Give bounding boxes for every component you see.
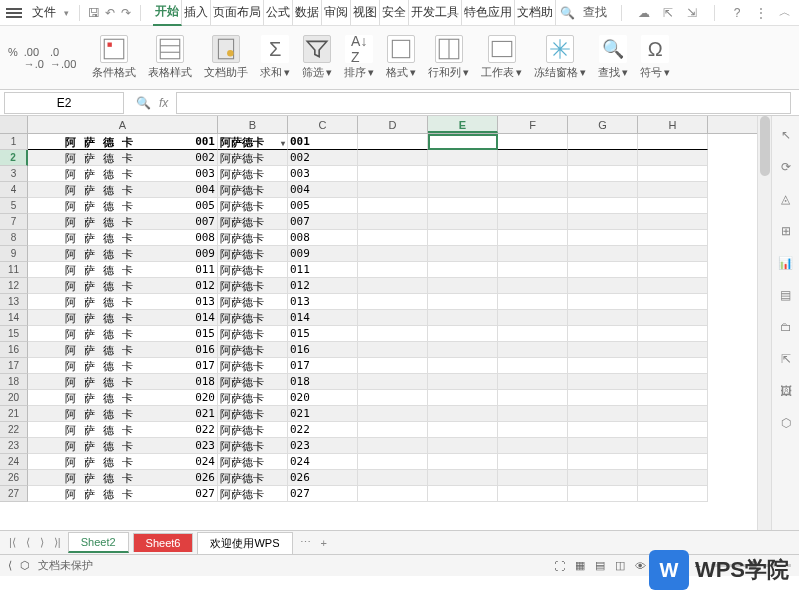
row-header-16[interactable]: 16 [0, 342, 28, 358]
cell-E11[interactable] [428, 262, 498, 278]
cell-E22[interactable] [428, 422, 498, 438]
cell-E1[interactable] [428, 134, 498, 150]
cell-E12[interactable] [428, 278, 498, 294]
cell-E18[interactable] [428, 374, 498, 390]
cell-D3[interactable] [358, 166, 428, 182]
row-header-1[interactable]: 1 [0, 134, 28, 150]
row-header-26[interactable]: 26 [0, 470, 28, 486]
more-tabs-icon[interactable]: ⋯ [297, 536, 314, 549]
ribbon-tab-10[interactable]: 文档助 [515, 0, 556, 25]
cell-D14[interactable] [358, 310, 428, 326]
cell-G16[interactable] [568, 342, 638, 358]
search-label[interactable]: 查找 [583, 4, 607, 21]
cell-B27[interactable]: 阿萨德卡 [218, 486, 288, 502]
cell-B7[interactable]: 阿萨德卡 [218, 214, 288, 230]
cell-C4[interactable]: 004 [288, 182, 358, 198]
cell-B16[interactable]: 阿萨德卡 [218, 342, 288, 358]
row-header-17[interactable]: 17 [0, 358, 28, 374]
ribbon-tab-8[interactable]: 开发工具 [409, 0, 462, 25]
cell-G9[interactable] [568, 246, 638, 262]
more-icon[interactable]: ⋮ [753, 5, 769, 21]
row-header-5[interactable]: 5 [0, 198, 28, 214]
cell-F21[interactable] [498, 406, 568, 422]
cell-D15[interactable] [358, 326, 428, 342]
row-header-20[interactable]: 20 [0, 390, 28, 406]
sheet-tab-sheet6[interactable]: Sheet6 [133, 533, 194, 552]
sheet-tab-welcome[interactable]: 欢迎使用WPS [197, 532, 292, 554]
cell-G14[interactable] [568, 310, 638, 326]
cell-D23[interactable] [358, 438, 428, 454]
formula-input[interactable] [176, 92, 791, 114]
cell-E2[interactable] [428, 150, 498, 166]
eye-icon[interactable]: 👁 [635, 560, 646, 572]
cell-E5[interactable] [428, 198, 498, 214]
folder-icon[interactable]: 🗀 [777, 318, 795, 336]
ribbon-tab-4[interactable]: 数据 [293, 0, 322, 25]
cell-A5[interactable]: 阿萨德卡005 [28, 198, 218, 214]
cell-G5[interactable] [568, 198, 638, 214]
cell-B18[interactable]: 阿萨德卡 [218, 374, 288, 390]
triangle-icon[interactable]: ◬ [777, 190, 795, 208]
share-side-icon[interactable]: ⇱ [777, 350, 795, 368]
view-normal-icon[interactable]: ▦ [575, 559, 585, 572]
cell-B3[interactable]: 阿萨德卡 [218, 166, 288, 182]
grid-icon[interactable]: ⊞ [777, 222, 795, 240]
cell-B14[interactable]: 阿萨德卡 [218, 310, 288, 326]
cell-E26[interactable] [428, 470, 498, 486]
cell-B4[interactable]: 阿萨德卡 [218, 182, 288, 198]
sum-group[interactable]: Σ 求和 ▾ [260, 35, 290, 80]
filter-dropdown-icon[interactable]: ▾ [281, 136, 285, 150]
cell-H20[interactable] [638, 390, 708, 406]
cell-G17[interactable] [568, 358, 638, 374]
cell-F14[interactable] [498, 310, 568, 326]
cell-E15[interactable] [428, 326, 498, 342]
fx-search-icon[interactable]: 🔍 [136, 96, 151, 110]
col-header-F[interactable]: F [498, 116, 568, 133]
ribbon-tab-5[interactable]: 审阅 [322, 0, 351, 25]
cell-D8[interactable] [358, 230, 428, 246]
cell-H15[interactable] [638, 326, 708, 342]
cell-A4[interactable]: 阿萨德卡004 [28, 182, 218, 198]
decimal-dec-button[interactable]: .0→.00 [50, 46, 76, 70]
cell-G3[interactable] [568, 166, 638, 182]
row-header-7[interactable]: 7 [0, 214, 28, 230]
back-icon[interactable]: ⟨ [8, 559, 12, 572]
cell-F9[interactable] [498, 246, 568, 262]
cell-B24[interactable]: 阿萨德卡 [218, 454, 288, 470]
cell-G8[interactable] [568, 230, 638, 246]
cell-A8[interactable]: 阿萨德卡008 [28, 230, 218, 246]
cell-F15[interactable] [498, 326, 568, 342]
cell-E27[interactable] [428, 486, 498, 502]
view-page-icon[interactable]: ▤ [595, 559, 605, 572]
cell-F4[interactable] [498, 182, 568, 198]
row-header-14[interactable]: 14 [0, 310, 28, 326]
chart-icon[interactable]: 📊 [777, 254, 795, 272]
freeze-group[interactable]: 冻结窗格 ▾ [534, 35, 586, 80]
row-header-22[interactable]: 22 [0, 422, 28, 438]
cell-G26[interactable] [568, 470, 638, 486]
cell-C22[interactable]: 022 [288, 422, 358, 438]
cell-A2[interactable]: 阿萨德卡002 [28, 150, 218, 166]
doc-assist-group[interactable]: 文档助手 [204, 35, 248, 80]
search-icon[interactable]: 🔍 [559, 5, 575, 21]
percent-button[interactable]: % [8, 46, 18, 70]
cell-C18[interactable]: 018 [288, 374, 358, 390]
add-sheet-button[interactable]: + [318, 537, 330, 549]
cell-C15[interactable]: 015 [288, 326, 358, 342]
cell-G1[interactable] [568, 134, 638, 150]
cell-H24[interactable] [638, 454, 708, 470]
ribbon-tab-1[interactable]: 插入 [182, 0, 211, 25]
cell-A21[interactable]: 阿萨德卡021 [28, 406, 218, 422]
cell-H26[interactable] [638, 470, 708, 486]
ribbon-tab-2[interactable]: 页面布局 [211, 0, 264, 25]
cell-F8[interactable] [498, 230, 568, 246]
cell-A16[interactable]: 阿萨德卡016 [28, 342, 218, 358]
cell-G2[interactable] [568, 150, 638, 166]
sort-group[interactable]: A↓Z 排序 ▾ [344, 35, 374, 80]
cell-F11[interactable] [498, 262, 568, 278]
redo-icon[interactable]: ↷ [118, 5, 134, 21]
row-header-3[interactable]: 3 [0, 166, 28, 182]
cell-E4[interactable] [428, 182, 498, 198]
cell-F1[interactable] [498, 134, 568, 150]
cell-G4[interactable] [568, 182, 638, 198]
